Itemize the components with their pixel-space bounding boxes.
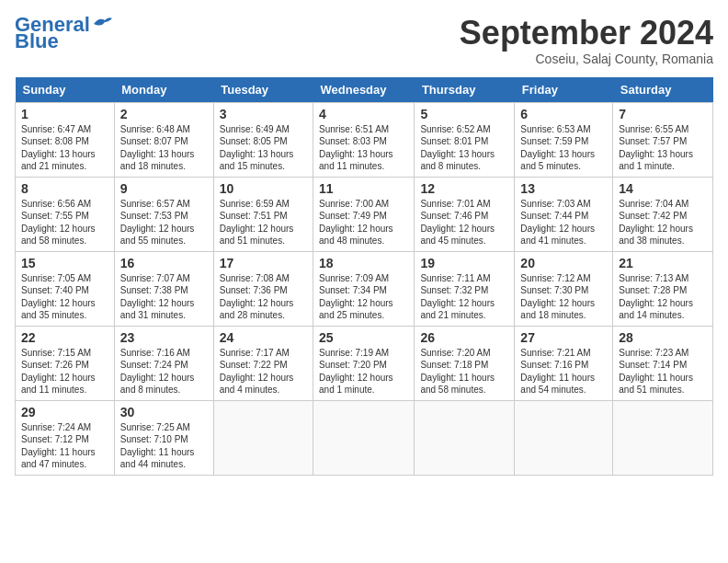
day-info: Sunrise: 7:13 AM Sunset: 7:28 PM Dayligh… <box>619 272 707 322</box>
day-info: Sunrise: 7:09 AM Sunset: 7:34 PM Dayligh… <box>319 272 408 322</box>
day-number: 1 <box>21 107 108 121</box>
day-info: Sunrise: 7:05 AM Sunset: 7:40 PM Dayligh… <box>21 272 108 322</box>
calendar-cell: 14Sunrise: 7:04 AM Sunset: 7:42 PM Dayli… <box>613 177 713 251</box>
month-title: September 2024 <box>460 15 713 52</box>
weekday-header-wednesday: Wednesday <box>313 77 415 103</box>
calendar-cell <box>515 400 613 475</box>
day-number: 26 <box>420 330 508 345</box>
calendar-cell: 1Sunrise: 6:47 AM Sunset: 8:08 PM Daylig… <box>16 102 115 177</box>
page-header: General Blue September 2024 Coseiu, Sala… <box>15 15 713 66</box>
day-number: 23 <box>120 330 208 345</box>
day-number: 25 <box>319 330 408 345</box>
weekday-header-thursday: Thursday <box>415 77 515 103</box>
calendar-cell: 8Sunrise: 6:56 AM Sunset: 7:55 PM Daylig… <box>16 177 115 251</box>
day-info: Sunrise: 7:23 AM Sunset: 7:14 PM Dayligh… <box>619 347 707 396</box>
calendar-cell <box>313 400 415 475</box>
day-number: 9 <box>120 181 208 196</box>
day-info: Sunrise: 7:20 AM Sunset: 7:18 PM Dayligh… <box>420 347 508 396</box>
day-number: 17 <box>220 256 307 270</box>
calendar-cell: 23Sunrise: 7:16 AM Sunset: 7:24 PM Dayli… <box>114 326 213 400</box>
day-number: 22 <box>21 330 108 345</box>
weekday-header-saturday: Saturday <box>613 77 713 103</box>
calendar-cell: 15Sunrise: 7:05 AM Sunset: 7:40 PM Dayli… <box>16 251 115 326</box>
calendar-cell: 22Sunrise: 7:15 AM Sunset: 7:26 PM Dayli… <box>16 326 115 400</box>
day-number: 16 <box>120 256 208 270</box>
day-info: Sunrise: 6:53 AM Sunset: 7:59 PM Dayligh… <box>520 123 607 173</box>
calendar-cell: 6Sunrise: 6:53 AM Sunset: 7:59 PM Daylig… <box>515 102 613 177</box>
calendar-cell: 7Sunrise: 6:55 AM Sunset: 7:57 PM Daylig… <box>613 102 713 177</box>
day-number: 13 <box>520 181 607 196</box>
day-info: Sunrise: 6:47 AM Sunset: 8:08 PM Dayligh… <box>21 123 108 173</box>
logo-blue: Blue <box>15 31 59 52</box>
title-area: September 2024 Coseiu, Salaj County, Rom… <box>460 15 713 66</box>
day-number: 6 <box>520 107 607 121</box>
calendar-cell: 21Sunrise: 7:13 AM Sunset: 7:28 PM Dayli… <box>613 251 713 326</box>
day-number: 28 <box>619 330 707 345</box>
weekday-header-friday: Friday <box>515 77 613 103</box>
calendar-cell <box>415 400 515 475</box>
day-info: Sunrise: 7:11 AM Sunset: 7:32 PM Dayligh… <box>420 272 508 322</box>
week-row-3: 15Sunrise: 7:05 AM Sunset: 7:40 PM Dayli… <box>16 251 713 326</box>
day-number: 19 <box>420 256 508 270</box>
day-number: 15 <box>21 256 108 270</box>
day-info: Sunrise: 7:03 AM Sunset: 7:44 PM Dayligh… <box>520 198 607 247</box>
day-info: Sunrise: 7:17 AM Sunset: 7:22 PM Dayligh… <box>220 347 307 396</box>
day-info: Sunrise: 7:25 AM Sunset: 7:10 PM Dayligh… <box>120 421 208 471</box>
calendar-cell: 12Sunrise: 7:01 AM Sunset: 7:46 PM Dayli… <box>415 177 515 251</box>
day-info: Sunrise: 7:12 AM Sunset: 7:30 PM Dayligh… <box>520 272 607 322</box>
logo-bird-icon <box>92 15 112 31</box>
calendar-cell: 9Sunrise: 6:57 AM Sunset: 7:53 PM Daylig… <box>114 177 213 251</box>
calendar-cell: 29Sunrise: 7:24 AM Sunset: 7:12 PM Dayli… <box>16 400 115 475</box>
week-row-2: 8Sunrise: 6:56 AM Sunset: 7:55 PM Daylig… <box>16 177 713 251</box>
calendar-cell <box>613 400 713 475</box>
day-number: 24 <box>220 330 307 345</box>
calendar-cell: 17Sunrise: 7:08 AM Sunset: 7:36 PM Dayli… <box>213 251 313 326</box>
calendar-cell: 3Sunrise: 6:49 AM Sunset: 8:05 PM Daylig… <box>213 102 313 177</box>
calendar-cell: 28Sunrise: 7:23 AM Sunset: 7:14 PM Dayli… <box>613 326 713 400</box>
weekday-header-tuesday: Tuesday <box>213 77 313 103</box>
day-number: 21 <box>619 256 707 270</box>
day-info: Sunrise: 7:19 AM Sunset: 7:20 PM Dayligh… <box>319 347 408 396</box>
day-info: Sunrise: 6:57 AM Sunset: 7:53 PM Dayligh… <box>120 198 208 247</box>
weekday-header-sunday: Sunday <box>16 77 115 103</box>
calendar-cell: 20Sunrise: 7:12 AM Sunset: 7:30 PM Dayli… <box>515 251 613 326</box>
day-number: 18 <box>319 256 408 270</box>
day-info: Sunrise: 6:48 AM Sunset: 8:07 PM Dayligh… <box>120 123 208 173</box>
day-info: Sunrise: 7:15 AM Sunset: 7:26 PM Dayligh… <box>21 347 108 396</box>
calendar-cell: 5Sunrise: 6:52 AM Sunset: 8:01 PM Daylig… <box>415 102 515 177</box>
day-number: 30 <box>120 405 208 419</box>
week-row-1: 1Sunrise: 6:47 AM Sunset: 8:08 PM Daylig… <box>16 102 713 177</box>
logo: General Blue <box>15 15 112 52</box>
day-info: Sunrise: 7:21 AM Sunset: 7:16 PM Dayligh… <box>520 347 607 396</box>
calendar-cell: 18Sunrise: 7:09 AM Sunset: 7:34 PM Dayli… <box>313 251 415 326</box>
calendar-cell: 30Sunrise: 7:25 AM Sunset: 7:10 PM Dayli… <box>114 400 213 475</box>
day-info: Sunrise: 7:08 AM Sunset: 7:36 PM Dayligh… <box>220 272 307 322</box>
weekday-header-row: SundayMondayTuesdayWednesdayThursdayFrid… <box>16 77 713 103</box>
day-number: 11 <box>319 181 408 196</box>
day-number: 5 <box>420 107 508 121</box>
day-info: Sunrise: 7:00 AM Sunset: 7:49 PM Dayligh… <box>319 198 408 247</box>
week-row-5: 29Sunrise: 7:24 AM Sunset: 7:12 PM Dayli… <box>16 400 713 475</box>
day-info: Sunrise: 7:01 AM Sunset: 7:46 PM Dayligh… <box>420 198 508 247</box>
day-info: Sunrise: 7:24 AM Sunset: 7:12 PM Dayligh… <box>21 421 108 471</box>
calendar-cell: 19Sunrise: 7:11 AM Sunset: 7:32 PM Dayli… <box>415 251 515 326</box>
day-number: 27 <box>520 330 607 345</box>
day-info: Sunrise: 6:56 AM Sunset: 7:55 PM Dayligh… <box>21 198 108 247</box>
day-info: Sunrise: 6:59 AM Sunset: 7:51 PM Dayligh… <box>220 198 307 247</box>
day-info: Sunrise: 6:55 AM Sunset: 7:57 PM Dayligh… <box>619 123 707 173</box>
day-number: 2 <box>120 107 208 121</box>
calendar-cell: 2Sunrise: 6:48 AM Sunset: 8:07 PM Daylig… <box>114 102 213 177</box>
calendar-cell <box>213 400 313 475</box>
calendar-cell: 13Sunrise: 7:03 AM Sunset: 7:44 PM Dayli… <box>515 177 613 251</box>
calendar-cell: 24Sunrise: 7:17 AM Sunset: 7:22 PM Dayli… <box>213 326 313 400</box>
day-info: Sunrise: 7:07 AM Sunset: 7:38 PM Dayligh… <box>120 272 208 322</box>
calendar-table: SundayMondayTuesdayWednesdayThursdayFrid… <box>15 77 713 476</box>
calendar-cell: 26Sunrise: 7:20 AM Sunset: 7:18 PM Dayli… <box>415 326 515 400</box>
day-info: Sunrise: 7:04 AM Sunset: 7:42 PM Dayligh… <box>619 198 707 247</box>
weekday-header-monday: Monday <box>114 77 213 103</box>
location: Coseiu, Salaj County, Romania <box>460 52 713 66</box>
day-number: 29 <box>21 405 108 419</box>
day-number: 7 <box>619 107 707 121</box>
day-number: 14 <box>619 181 707 196</box>
day-info: Sunrise: 6:51 AM Sunset: 8:03 PM Dayligh… <box>319 123 408 173</box>
